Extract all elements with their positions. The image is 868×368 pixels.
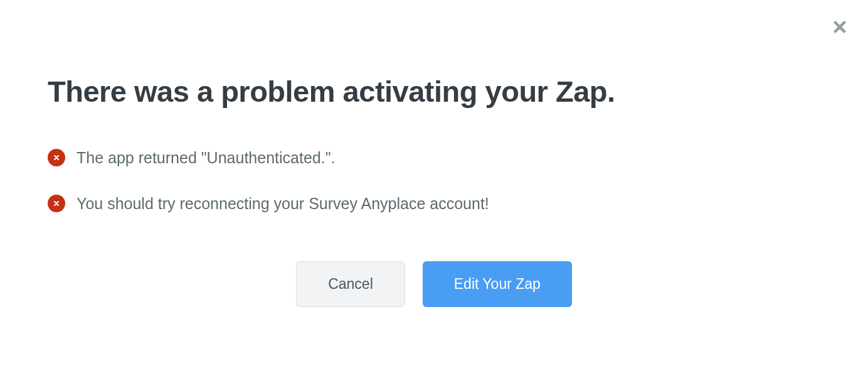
error-icon: [48, 149, 65, 166]
modal-title: There was a problem activating your Zap.: [48, 74, 820, 109]
modal-content: There was a problem activating your Zap.…: [0, 0, 868, 307]
edit-zap-button[interactable]: Edit Your Zap: [423, 261, 572, 307]
error-list: The app returned "Unauthenticated.". You…: [48, 148, 820, 214]
error-text: The app returned "Unauthenticated.".: [77, 148, 335, 168]
error-item: The app returned "Unauthenticated.".: [48, 148, 820, 168]
button-row: Cancel Edit Your Zap: [48, 261, 820, 307]
error-text: You should try reconnecting your Survey …: [77, 193, 489, 214]
close-icon: [830, 18, 849, 39]
error-icon: [48, 195, 65, 212]
close-button[interactable]: [829, 18, 850, 39]
error-item: You should try reconnecting your Survey …: [48, 193, 820, 214]
cancel-button[interactable]: Cancel: [296, 261, 405, 307]
